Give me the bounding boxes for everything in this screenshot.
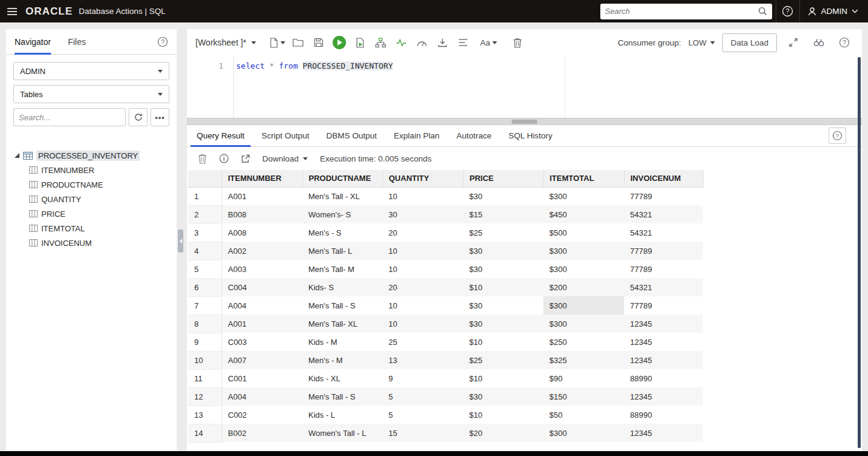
download-results-button[interactable]: Download xyxy=(262,154,308,163)
grid-cell[interactable]: $300 xyxy=(543,315,624,333)
grid-cell[interactable]: $30 xyxy=(463,315,543,333)
grid-cell[interactable]: $10 xyxy=(463,406,543,424)
row-number-cell[interactable]: 2 xyxy=(188,205,222,223)
row-number-cell[interactable]: 14 xyxy=(188,424,222,442)
tree-item-column[interactable]: QUANTITY xyxy=(15,192,177,206)
grid-cell[interactable]: 54321 xyxy=(624,205,703,223)
results-tab-sql-history[interactable]: SQL History xyxy=(500,125,561,146)
grid-cell[interactable]: A004 xyxy=(222,296,302,315)
tree-item-column[interactable]: PRODUCTNAME xyxy=(15,177,177,192)
tree-item-column[interactable]: PRICE xyxy=(15,206,177,221)
row-number-cell[interactable]: 5 xyxy=(188,260,222,278)
row-number-cell[interactable]: 3 xyxy=(188,223,222,242)
grid-cell[interactable]: 77789 xyxy=(624,260,703,278)
grid-cell[interactable]: 10 xyxy=(382,242,463,260)
clear-worksheet-button[interactable] xyxy=(509,34,527,51)
grid-cell[interactable]: Men's Tall - XL xyxy=(302,187,382,205)
tree-item-column[interactable]: ITEMNUMBER xyxy=(15,163,177,177)
grid-cell[interactable]: $30 xyxy=(463,260,543,278)
schema-select[interactable]: ADMIN xyxy=(13,62,169,80)
grid-column-header[interactable]: INVOICENUM xyxy=(624,170,703,187)
grid-cell[interactable]: $300 xyxy=(543,260,624,278)
grid-cell[interactable]: $325 xyxy=(543,351,624,369)
grid-cell[interactable]: Men's Tall - S xyxy=(302,387,382,406)
grid-cell[interactable]: 30 xyxy=(382,205,463,223)
grid-column-header[interactable]: PRICE xyxy=(463,170,543,187)
sql-editor[interactable]: 1 select * from PROCESSED_INVENTORY xyxy=(187,56,862,118)
grid-cell[interactable]: $150 xyxy=(543,387,624,406)
grid-cell[interactable]: Men's Tall- L xyxy=(302,242,382,260)
grid-column-header[interactable]: PRODUCTNAME xyxy=(302,170,382,187)
row-number-cell[interactable]: 8 xyxy=(188,315,222,333)
global-search[interactable] xyxy=(600,4,772,19)
grid-cell[interactable]: 88990 xyxy=(624,369,703,387)
grid-cell[interactable]: B008 xyxy=(222,205,302,223)
grid-column-header[interactable]: QUANTITY xyxy=(382,170,463,187)
grid-cell[interactable]: Kids - M xyxy=(302,333,382,351)
new-worksheet-button[interactable] xyxy=(268,34,287,51)
grid-cell[interactable]: 12345 xyxy=(624,315,703,333)
grid-cell[interactable]: C003 xyxy=(222,333,302,351)
run-script-button[interactable] xyxy=(351,34,369,51)
object-search-input[interactable] xyxy=(13,108,126,126)
more-options-button[interactable]: ••• xyxy=(151,108,169,126)
grid-cell[interactable]: A001 xyxy=(222,187,302,205)
row-number-cell[interactable]: 10 xyxy=(188,351,222,369)
grid-cell[interactable]: $250 xyxy=(543,333,624,351)
autotrace-button[interactable] xyxy=(392,34,410,51)
splitter-handle[interactable] xyxy=(512,120,537,124)
grid-cell[interactable]: 77789 xyxy=(624,187,703,205)
results-tab-autotrace[interactable]: Autotrace xyxy=(448,125,500,146)
grid-cell[interactable]: Women's- S xyxy=(302,205,382,223)
consumer-group-select[interactable]: LOW xyxy=(688,38,715,47)
grid-cell[interactable]: 10 xyxy=(382,187,463,205)
grid-cell[interactable]: Men's - M xyxy=(302,351,382,369)
grid-cell[interactable]: Kids - XL xyxy=(302,369,382,387)
grid-cell[interactable]: Kids - L xyxy=(302,406,382,424)
grid-cell[interactable]: $50 xyxy=(543,406,624,424)
result-info-button[interactable] xyxy=(219,154,229,163)
open-file-button[interactable] xyxy=(289,34,307,51)
grid-cell[interactable]: A002 xyxy=(222,242,302,260)
grid-cell[interactable]: C004 xyxy=(222,278,302,296)
grid-cell[interactable]: 10 xyxy=(382,260,463,278)
results-help-button[interactable]: ? xyxy=(829,128,846,144)
grid-cell[interactable]: Men's Tall- M xyxy=(302,260,382,278)
grid-cell[interactable]: 77789 xyxy=(624,296,703,315)
grid-cell[interactable]: 54321 xyxy=(624,223,703,242)
grid-cell[interactable]: 12345 xyxy=(624,387,703,406)
grid-cell[interactable]: 20 xyxy=(382,223,463,242)
grid-cell[interactable]: A001 xyxy=(222,315,302,333)
download-worksheet-button[interactable] xyxy=(433,34,452,51)
grid-cell[interactable]: C001 xyxy=(222,369,302,387)
sidebar-splitter[interactable] xyxy=(178,230,183,253)
tree-item-column[interactable]: INVOICENUM xyxy=(15,236,177,250)
grid-cell[interactable]: 12345 xyxy=(624,333,703,351)
save-button[interactable] xyxy=(310,34,328,51)
vertical-scrollbar[interactable] xyxy=(858,57,861,448)
help-button[interactable]: ? xyxy=(776,0,800,22)
grid-cell[interactable]: 25 xyxy=(382,333,463,351)
grid-cell[interactable]: A008 xyxy=(222,223,302,242)
row-number-cell[interactable]: 9 xyxy=(188,333,222,351)
grid-cell[interactable]: 12345 xyxy=(624,351,703,369)
object-type-select[interactable]: Tables xyxy=(13,85,169,103)
grid-cell[interactable]: 9 xyxy=(382,369,463,387)
expander-icon[interactable] xyxy=(15,153,19,158)
editor-results-splitter[interactable] xyxy=(187,118,862,125)
grid-cell[interactable]: $90 xyxy=(543,369,624,387)
grid-cell[interactable]: 88990 xyxy=(624,406,703,424)
grid-cell[interactable]: $25 xyxy=(463,223,543,242)
format-button[interactable] xyxy=(454,34,472,51)
grid-cell[interactable]: $200 xyxy=(543,278,624,296)
code-area[interactable]: select * from PROCESSED_INVENTORY xyxy=(233,56,862,118)
tab-navigator[interactable]: Navigator xyxy=(15,29,51,54)
grid-cell[interactable]: 15 xyxy=(382,424,463,442)
grid-cell[interactable]: A004 xyxy=(222,387,302,406)
grid-cell[interactable]: $30 xyxy=(463,387,543,406)
grid-cell[interactable]: $30 xyxy=(463,242,543,260)
find-replace-button[interactable] xyxy=(810,34,828,51)
grid-cell[interactable]: $500 xyxy=(543,223,624,242)
tab-files[interactable]: Files xyxy=(68,29,86,54)
grid-cell[interactable]: 13 xyxy=(382,351,463,369)
